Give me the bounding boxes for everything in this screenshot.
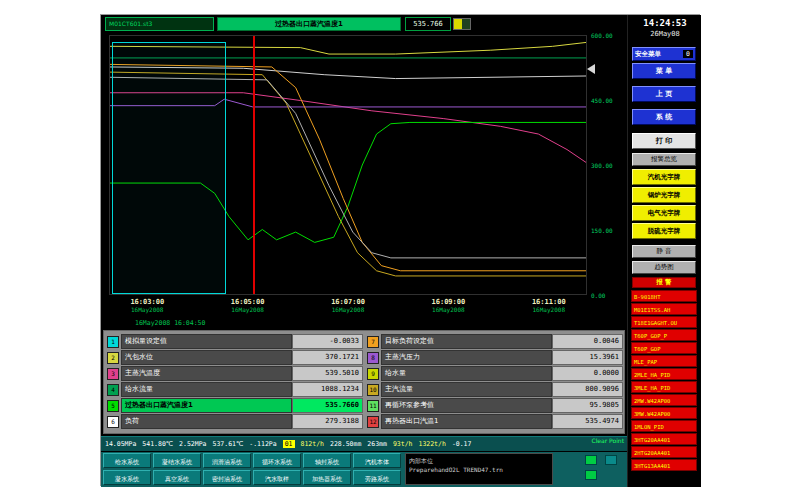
system-button[interactable]: 汽水取样	[253, 470, 301, 485]
x-axis-tick: 16:11:0016May2008	[532, 298, 566, 313]
alarm-item[interactable]: 3HTG20AA401	[631, 433, 697, 445]
x-axis-time: 16:11:00	[532, 298, 566, 306]
status-value: -0.17	[452, 440, 472, 448]
x-axis-date: 16May2008	[432, 306, 466, 313]
alarm-item[interactable]: M01E1TSS.AH	[631, 303, 697, 315]
system-button[interactable]: 润滑油系统	[203, 453, 251, 468]
time-cursor-line[interactable]	[253, 36, 255, 294]
legend-row: 11再循环泵参考值95.9805	[367, 398, 623, 413]
alarm-item[interactable]: 2HTG20AA401	[631, 446, 697, 458]
alarm-item[interactable]: T60P_GOP	[631, 342, 697, 354]
y-axis-tick: 150.00	[591, 227, 613, 234]
legend-color-index: 5	[107, 400, 119, 412]
system-button[interactable]: 密封油系统	[203, 470, 251, 485]
legend-point-name[interactable]: 目标负荷设定值	[381, 334, 552, 349]
light-panel-button[interactable]: 电气光字牌	[632, 205, 696, 221]
legend-point-name[interactable]: 汽包水位	[121, 350, 292, 365]
system-button[interactable]: 真空系统	[153, 470, 201, 485]
system-button[interactable]: 汽机本体	[353, 453, 401, 468]
clear-point-button[interactable]: Clear Point	[592, 438, 625, 445]
alarm-list: B-9018HTM01E1TSS.AHT18E1GAGHT.OUT60P_GOP…	[631, 290, 697, 472]
alarm-item[interactable]: 1MLON_PID	[631, 420, 697, 432]
system-button[interactable]: 循环水系统	[253, 453, 301, 468]
system-button[interactable]: 旁路系统	[353, 470, 401, 485]
legend-row: 2汽包水位370.1721	[107, 350, 363, 365]
status-value: 01	[283, 440, 295, 448]
x-axis-tick: 16:05:0016May2008	[231, 298, 265, 313]
alarm-item[interactable]: MLE_PAP	[631, 355, 697, 367]
legend-point-name[interactable]: 再热器出口汽温1	[381, 414, 552, 429]
legend-point-name[interactable]: 再循环泵参考值	[381, 398, 552, 413]
zoom-selection-box[interactable]	[112, 42, 226, 294]
scale-marker-icon[interactable]	[587, 64, 595, 74]
system-button[interactable]: 给水系统	[103, 453, 151, 468]
legend-point-name[interactable]: 负荷	[121, 414, 292, 429]
legend-color-index: 9	[367, 368, 379, 380]
print-button[interactable]: 打 印	[632, 133, 696, 149]
status-value: 228.50mm	[330, 440, 361, 448]
alarm-item[interactable]: 3HTG13AA401	[631, 459, 697, 471]
legend-point-name[interactable]: 模拟量设定值	[121, 334, 292, 349]
system-button[interactable]: 轴封系统	[303, 453, 351, 468]
trend-plot[interactable]	[109, 35, 587, 295]
screen: M01CT601.st3 过热器出口蒸汽温度1 535.766 600.0045…	[0, 0, 800, 500]
legend-table: 1模拟量设定值-0.00332汽包水位370.17213主蒸汽温度539.501…	[103, 330, 625, 434]
console-cancel-button[interactable]	[585, 470, 597, 480]
sidebar-nav-系统[interactable]: 系 统	[632, 109, 696, 125]
trend-main-area: M01CT601.st3 过热器出口蒸汽温度1 535.766 600.0045…	[101, 15, 627, 487]
trend-file-button[interactable]: M01CT601.st3	[105, 17, 214, 31]
safety-alarm-count: 0	[683, 50, 693, 58]
legend-color-index: 3	[107, 368, 119, 380]
x-axis-date: 16May2008	[532, 306, 566, 313]
status-value: 537.61℃	[213, 440, 244, 448]
console-ok-button[interactable]	[585, 455, 597, 465]
legend-point-name[interactable]: 主蒸汽温度	[121, 366, 292, 381]
system-button[interactable]: 凝水系统	[103, 470, 151, 485]
dcs-trend-window: M01CT601.st3 过热器出口蒸汽温度1 535.766 600.0045…	[100, 14, 700, 486]
y-axis-labels: 600.00450.00300.00150.000.00	[589, 35, 625, 295]
sidebar-nav-菜单[interactable]: 菜 单	[632, 63, 696, 79]
status-value: 263mm	[367, 440, 387, 448]
alarm-item[interactable]: 3MLE_HA_PID	[631, 381, 697, 393]
alarm-item[interactable]: 3MW.W42AP00	[631, 407, 697, 419]
light-panel-button[interactable]: 脱硫光字牌	[632, 223, 696, 239]
status-bar: 14.05MPa541.80℃2.52MPa537.61℃-.112Pa0181…	[101, 436, 627, 451]
trend-page-button[interactable]: 趋势图	[632, 261, 696, 274]
console-aux-button[interactable]	[605, 455, 617, 465]
status-value: 541.80℃	[142, 440, 173, 448]
legend-point-name[interactable]: 给水流量	[121, 382, 292, 397]
indicator-chip	[453, 18, 471, 30]
y-axis-tick: 0.00	[591, 292, 605, 299]
legend-point-name[interactable]: 主汽流量	[381, 382, 552, 397]
legend-row: 10主汽流量800.9096	[367, 382, 623, 397]
system-button[interactable]: 加热器系统	[303, 470, 351, 485]
legend-point-name[interactable]: 主蒸汽压力	[381, 350, 552, 365]
clock-time: 14:24:53	[628, 18, 702, 28]
clock-date: 26May08	[628, 30, 702, 38]
legend-point-name[interactable]: 过热器出口蒸汽温度1	[121, 398, 292, 413]
legend-point-name[interactable]: 给水量	[381, 366, 552, 381]
status-value: 14.05MPa	[105, 440, 136, 448]
console-box[interactable]: 内部本位PreparehandO2L TREND47.trn	[405, 453, 553, 485]
x-axis-time: 16:07:00	[331, 298, 365, 306]
legend-row: 3主蒸汽温度539.5010	[107, 366, 363, 381]
console-line: PreparehandO2L TREND47.trn	[409, 465, 549, 474]
safety-menu-button[interactable]: 安全菜单 0	[632, 47, 696, 61]
console-line: 内部本位	[409, 456, 549, 465]
mute-button[interactable]: 静 音	[632, 245, 696, 258]
light-panel-button[interactable]: 锅炉光字牌	[632, 187, 696, 203]
light-panel-button[interactable]: 汽机光字牌	[632, 169, 696, 185]
alarm-item[interactable]: B-9018HT	[631, 290, 697, 302]
alarm-item[interactable]: 2MLE_HA_PID	[631, 368, 697, 380]
legend-point-value: 95.9805	[552, 398, 623, 413]
status-value: 1322t/h	[418, 440, 445, 448]
legend-color-index: 2	[107, 352, 119, 364]
alarm-item[interactable]: T60P_GOP_P	[631, 329, 697, 341]
alarm-item[interactable]: 2MW.W42AP00	[631, 394, 697, 406]
status-value: 812t/h	[301, 440, 324, 448]
system-button[interactable]: 凝结水系统	[153, 453, 201, 468]
sidebar-nav-上页[interactable]: 上 页	[632, 86, 696, 102]
alarm-overview-button[interactable]: 报警总览	[632, 153, 696, 166]
alarm-item[interactable]: T18E1GAGHT.OU	[631, 316, 697, 328]
selected-point-button[interactable]: 过热器出口蒸汽温度1	[217, 17, 401, 31]
